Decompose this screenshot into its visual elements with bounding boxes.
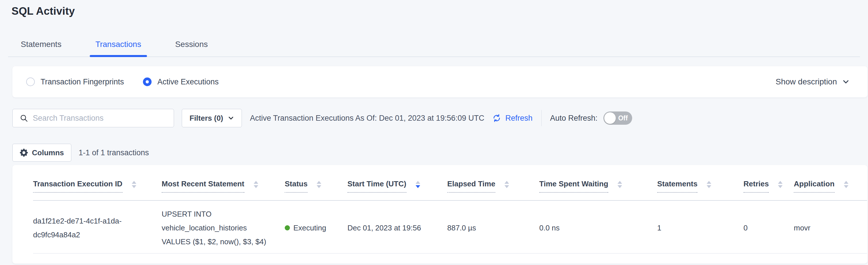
refresh-button[interactable]: Refresh: [492, 113, 533, 123]
tab-statements[interactable]: Statements: [15, 40, 67, 56]
search-icon: [20, 114, 28, 123]
radio-circle-selected-icon[interactable]: [143, 78, 152, 86]
sort-icon[interactable]: [707, 181, 711, 188]
cell-application: movr: [794, 201, 867, 254]
chevron-down-icon: [228, 115, 234, 121]
cell-start-time: Dec 01, 2023 at 19:56: [347, 201, 447, 254]
sort-icon[interactable]: [254, 181, 258, 188]
cell-most-recent-statement: UPSERT INTO vehicle_location_histories V…: [162, 201, 285, 254]
sort-icon[interactable]: [132, 181, 136, 188]
radio-circle-unselected-icon[interactable]: [26, 78, 35, 86]
toolbar-divider: [541, 110, 541, 126]
as-of-text: Active Transaction Executions As Of: Dec…: [250, 114, 484, 123]
sort-desc-icon[interactable]: [415, 181, 420, 188]
column-header-time-spent-waiting[interactable]: Time Spent Waiting: [539, 165, 657, 201]
cell-time-spent-waiting: 0.0 ns: [539, 201, 657, 254]
cell-elapsed-time: 887.0 µs: [447, 201, 539, 254]
gear-icon: [20, 149, 28, 157]
column-header-statements[interactable]: Statements: [657, 165, 743, 201]
tab-sessions[interactable]: Sessions: [169, 40, 214, 56]
sort-icon[interactable]: [618, 181, 622, 188]
tabs-bar: Statements Transactions Sessions: [8, 40, 860, 57]
column-header-elapsed-time[interactable]: Elapsed Time: [447, 165, 539, 201]
columns-button[interactable]: Columns: [12, 144, 71, 162]
show-description-label: Show description: [776, 77, 837, 86]
radio-active-executions[interactable]: Active Executions: [143, 78, 219, 86]
sort-icon[interactable]: [844, 181, 848, 188]
column-header-start-time[interactable]: Start Time (UTC): [347, 165, 447, 201]
cell-retries: 0: [743, 201, 794, 254]
transactions-table: Transaction Execution ID Most Recent Sta…: [33, 165, 867, 254]
page-header: SQL Activity: [0, 0, 868, 17]
table-controls: Columns 1-1 of 1 transactions: [12, 144, 868, 162]
column-header-application[interactable]: Application: [794, 165, 867, 201]
columns-button-label: Columns: [32, 148, 64, 157]
auto-refresh-toggle[interactable]: Off: [603, 111, 632, 125]
cell-status: Executing: [285, 201, 347, 254]
column-header-most-recent-statement[interactable]: Most Recent Statement: [162, 165, 285, 201]
refresh-label: Refresh: [505, 114, 533, 123]
status-label: Executing: [293, 221, 326, 235]
toggle-state-label: Off: [618, 114, 627, 122]
page-title: SQL Activity: [11, 5, 868, 17]
toolbar: Filters (0) Active Transaction Execution…: [12, 109, 868, 127]
search-box[interactable]: [12, 109, 174, 127]
radio-label: Active Executions: [157, 78, 219, 86]
toggle-knob[interactable]: [604, 112, 616, 124]
table-header-row: Transaction Execution ID Most Recent Sta…: [33, 165, 867, 201]
sort-icon[interactable]: [317, 181, 321, 188]
filters-button-label: Filters (0): [189, 114, 223, 123]
refresh-icon: [492, 113, 502, 123]
sort-icon[interactable]: [778, 181, 782, 188]
column-header-retries[interactable]: Retries: [743, 165, 794, 201]
chevron-down-icon: [842, 78, 849, 85]
radio-label: Transaction Fingerprints: [40, 78, 124, 86]
show-description-button[interactable]: Show description: [776, 77, 849, 86]
column-header-transaction-execution-id[interactable]: Transaction Execution ID: [33, 165, 162, 201]
search-input[interactable]: [33, 114, 168, 123]
filters-button[interactable]: Filters (0): [182, 109, 242, 127]
table-row: da1f21e2-de71-4c1f-a1da-dc9fc94a84a2 UPS…: [33, 201, 867, 254]
column-header-status[interactable]: Status: [285, 165, 347, 201]
tab-transactions[interactable]: Transactions: [90, 40, 147, 56]
cell-transaction-execution-id: da1f21e2-de71-4c1f-a1da-dc9fc94a84a2: [33, 201, 162, 254]
sort-icon[interactable]: [504, 181, 509, 188]
cell-statements: 1: [657, 201, 743, 254]
view-mode-radio-group: Transaction Fingerprints Active Executio…: [26, 78, 219, 86]
view-mode-card: Transaction Fingerprints Active Executio…: [12, 66, 867, 97]
radio-transaction-fingerprints[interactable]: Transaction Fingerprints: [26, 78, 124, 86]
auto-refresh-label: Auto Refresh:: [550, 114, 598, 123]
transactions-table-card: Transaction Execution ID Most Recent Sta…: [12, 165, 867, 264]
results-count: 1-1 of 1 transactions: [79, 148, 149, 157]
status-executing-dot-icon: [285, 225, 290, 231]
